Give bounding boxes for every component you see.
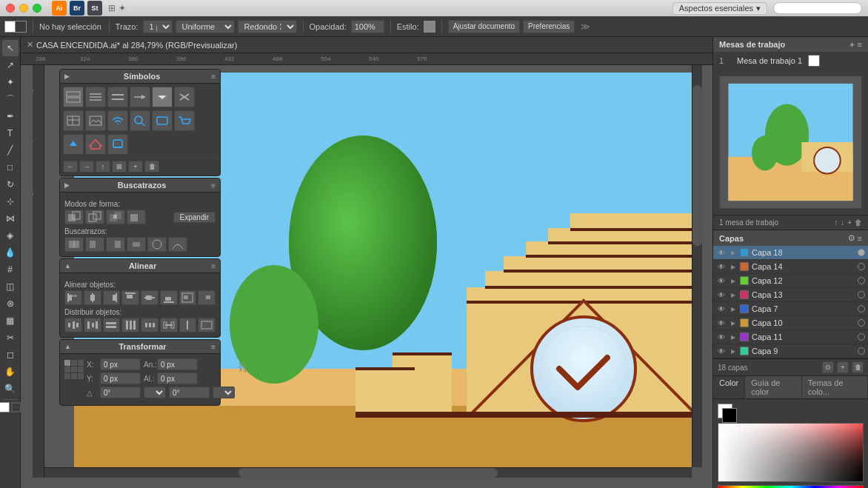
eye-icon-10[interactable]: 👁 (716, 318, 727, 328)
transformar-panel-header[interactable]: ▲ Transformar ≡ (60, 340, 220, 354)
sym-item-0[interactable] (63, 87, 84, 107)
shear-input[interactable] (169, 387, 210, 398)
capa-row-7[interactable]: 👁 ▶ Capa 7 (713, 302, 868, 316)
simbolos-menu-icon[interactable]: ≡ (211, 73, 216, 81)
capa-row-12[interactable]: 👁 ▶ Capa 12 (713, 274, 868, 288)
pen-tool[interactable]: ✒ (2, 108, 19, 124)
preferencias-button[interactable]: Preferencias (523, 20, 575, 33)
mesas-add-icon[interactable]: + (849, 40, 854, 49)
capa-dot-13[interactable] (858, 291, 865, 298)
mesas-down-icon[interactable]: ↓ (841, 218, 844, 227)
artwork-viewport[interactable]: ▶ Símbolos ≡ (44, 65, 692, 467)
symbol-spray-tool[interactable]: ⊛ (2, 295, 19, 312)
gradient-tool[interactable]: ◫ (2, 278, 19, 295)
capa-dot-7[interactable] (858, 305, 865, 312)
mesa-icon[interactable] (808, 55, 820, 67)
alinear-menu-icon[interactable]: ≡ (211, 262, 216, 270)
minimize-button[interactable] (19, 4, 28, 13)
expand-icon-11[interactable]: ▶ (730, 333, 737, 341)
document-tab-label[interactable]: CASA ENCENDIDA.ai* al 284,79% (RGB/Previ… (36, 41, 237, 50)
direct-select-tool[interactable]: ↗ (2, 57, 19, 73)
expand-icon-12[interactable]: ▶ (730, 277, 737, 284)
sym-item-dropdown[interactable] (152, 87, 173, 107)
distrib-3[interactable] (121, 318, 139, 332)
sym-item-image[interactable] (85, 110, 106, 131)
buscatrazos-menu-icon[interactable]: ≡ (211, 181, 216, 190)
path-btn-0[interactable] (64, 237, 84, 252)
eye-icon-13[interactable]: 👁 (716, 290, 727, 300)
mesas-del-btn[interactable]: 🗑 (855, 218, 862, 227)
path-btn-4[interactable] (147, 237, 167, 252)
line-tool[interactable]: ╱ (2, 142, 19, 158)
capa-row-14[interactable]: 👁 ▶ Capa 14 (713, 260, 868, 274)
color-tab-guide[interactable]: Guía de color (745, 376, 802, 398)
scrollbar-h-thumb[interactable] (238, 468, 498, 478)
path-btn-3[interactable] (127, 237, 146, 252)
mesh-tool[interactable]: # (2, 261, 19, 278)
align-center-v[interactable] (141, 290, 158, 305)
distrib-7[interactable] (198, 318, 216, 332)
expand-icon-10[interactable]: ▶ (730, 319, 737, 327)
eyedropper-tool[interactable]: 💧 (2, 244, 19, 261)
expand-icon-13[interactable]: ▶ (730, 291, 737, 298)
sym-btn-2[interactable]: ↑ (96, 161, 110, 173)
magic-wand-tool[interactable]: ✦ (2, 74, 19, 90)
stroke-tool[interactable] (11, 402, 21, 412)
capas-locate-btn[interactable]: ⊙ (822, 361, 834, 373)
sym-item-3[interactable] (130, 87, 150, 107)
eye-icon-12[interactable]: 👁 (716, 275, 727, 286)
sym-btn-0[interactable]: ← (63, 161, 78, 173)
sym-btn-1[interactable]: → (79, 161, 94, 173)
stroke-swatch[interactable] (15, 21, 27, 33)
close-button[interactable] (6, 4, 15, 13)
selection-tool[interactable]: ↖ (2, 40, 19, 56)
capa-dot-14[interactable] (858, 263, 865, 270)
vertical-scrollbar[interactable] (692, 65, 702, 467)
extras-icon[interactable]: ✦ (118, 3, 126, 13)
zoom-tool[interactable]: 🔍 (2, 381, 19, 397)
transformar-menu-icon[interactable]: ≡ (211, 343, 216, 351)
sym-btn-add[interactable]: + (128, 161, 143, 173)
tab-close-icon[interactable]: ✕ (27, 40, 33, 50)
distrib-1[interactable] (84, 318, 101, 332)
capa-row-10[interactable]: 👁 ▶ Capa 10 (713, 316, 868, 330)
sym-btn-del[interactable]: 🗑 (144, 161, 159, 173)
align-tr[interactable] (198, 290, 216, 305)
capas-del-btn[interactable]: 🗑 (852, 361, 864, 373)
illustrator-icon[interactable]: Ai (52, 1, 67, 16)
sym-btn-break[interactable]: ⊠ (112, 161, 127, 173)
sym-item-1[interactable] (85, 87, 106, 107)
rotate-tool[interactable]: ↻ (2, 176, 19, 193)
stock-icon[interactable]: St (87, 1, 102, 16)
type-tool[interactable]: T (2, 125, 19, 141)
sym-item-search[interactable] (130, 110, 150, 131)
capa-dot-11[interactable] (858, 333, 865, 341)
canvas-wrapper[interactable]: 3 4 5 (33, 65, 702, 478)
stroke-color-swatch[interactable] (722, 408, 737, 423)
distrib-4[interactable] (141, 318, 158, 332)
distrib-6[interactable] (179, 318, 197, 332)
sym-item-2[interactable] (107, 87, 128, 107)
an-input[interactable] (157, 358, 198, 370)
expand-icon-18[interactable]: ▶ (730, 249, 737, 256)
ajustar-documento-button[interactable]: Ajustar documento (448, 20, 520, 33)
mesas-add-btn[interactable]: + (847, 218, 852, 227)
style-swatch[interactable] (424, 21, 435, 33)
column-graph-tool[interactable]: ▦ (2, 312, 19, 329)
expand-icon-14[interactable]: ▶ (730, 263, 737, 270)
sym-item-arrow-up[interactable] (63, 134, 84, 155)
blend-tool[interactable]: ◈ (2, 227, 19, 244)
fill-tool[interactable] (0, 402, 10, 412)
path-btn-2[interactable] (106, 237, 125, 252)
angle-input[interactable] (100, 387, 141, 398)
sym-item-wifi[interactable] (107, 110, 128, 131)
sym-item-table[interactable] (63, 110, 84, 131)
sym-item-cart[interactable] (174, 110, 195, 131)
eraser-tool[interactable]: ◻ (2, 347, 19, 363)
capa-row-9[interactable]: 👁 ▶ Capa 9 (713, 344, 868, 358)
color-tab-color[interactable]: Color (713, 376, 745, 398)
distrib-0[interactable] (64, 318, 82, 332)
eye-icon-7[interactable]: 👁 (716, 304, 727, 314)
scale-tool[interactable]: ⊹ (2, 193, 19, 210)
distrib-5[interactable] (160, 318, 178, 332)
